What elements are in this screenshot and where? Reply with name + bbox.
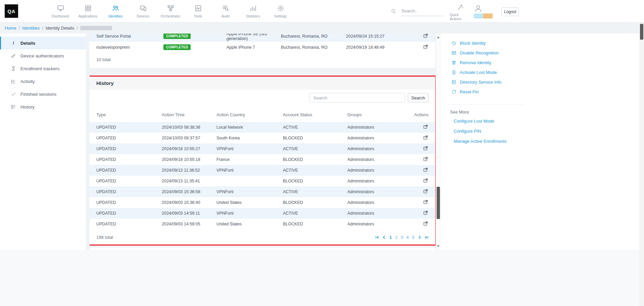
action-disable-recognition[interactable]: Disable Recognition bbox=[441, 48, 639, 58]
scrollbar-down-arrow-icon[interactable] bbox=[437, 245, 440, 247]
nav-item-identities[interactable]: Identities bbox=[102, 0, 129, 23]
redacted-identity-name bbox=[80, 26, 112, 30]
cell-action-country: VPNForti bbox=[216, 146, 283, 151]
nav-item-label: Dashboard bbox=[52, 14, 69, 18]
history-details-button[interactable] bbox=[423, 188, 429, 194]
cell-action-time: 2024/10/03 08:38:36 bbox=[162, 125, 216, 130]
nav-item-label: Tools bbox=[194, 14, 202, 18]
pagination-page-3[interactable]: 3 bbox=[401, 235, 403, 240]
cell-action-country: United States bbox=[216, 200, 283, 205]
column-header-action-time: Action Time bbox=[162, 112, 216, 117]
nav-item-tools[interactable]: Tools bbox=[184, 0, 212, 23]
history-details-button[interactable] bbox=[423, 145, 429, 151]
sidebar-item-details[interactable]: i Details bbox=[0, 37, 86, 49]
search-icon[interactable] bbox=[391, 8, 396, 14]
history-details-button[interactable] bbox=[423, 156, 429, 162]
sidebar-item-finished-sessions[interactable]: Finished sessions bbox=[0, 88, 86, 100]
nav-item-dashboard[interactable]: Dashboard bbox=[47, 0, 74, 23]
check-icon bbox=[11, 91, 16, 97]
nav-item-statistics[interactable]: Statistics bbox=[239, 0, 267, 23]
cell-action-country: VPNForti bbox=[216, 168, 283, 173]
nav-item-label: Orchestrator bbox=[161, 14, 180, 18]
breadcrumb-item-home[interactable]: Home bbox=[5, 26, 16, 31]
logout-button[interactable]: Logout bbox=[501, 7, 519, 16]
sidebar-item-device-authenticators[interactable]: Device authenticators bbox=[0, 49, 86, 62]
svg-text:i: i bbox=[13, 41, 14, 45]
pagination-prev-button[interactable] bbox=[382, 235, 386, 239]
nav-item-label: Applications bbox=[79, 14, 98, 18]
pagination-page-5[interactable]: 5 bbox=[412, 235, 414, 240]
session-device: Apple iPhone 7 bbox=[227, 45, 281, 50]
nav-item-orchestrator[interactable]: Orchestrator bbox=[157, 0, 184, 23]
history-search-input[interactable] bbox=[309, 93, 405, 102]
action-remove-identity[interactable]: Remove Identity bbox=[441, 58, 639, 68]
column-header-groups: Groups bbox=[347, 112, 410, 117]
link-configure-lost-mode[interactable]: Configure Lost Mode bbox=[454, 119, 639, 124]
history-details-button[interactable] bbox=[423, 178, 429, 183]
action-label: Activate Lost Mode bbox=[460, 70, 497, 75]
window-scrollbar[interactable] bbox=[639, 23, 644, 306]
nav-item-settings[interactable]: Settings bbox=[267, 0, 294, 23]
history-footer: 198 total 12345 bbox=[90, 229, 435, 245]
app-logo[interactable]: QA bbox=[5, 4, 18, 18]
sidebar-item-activity[interactable]: Activity bbox=[0, 75, 86, 88]
global-search-input[interactable] bbox=[401, 8, 444, 16]
sidebar-item-history[interactable]: History bbox=[0, 100, 86, 113]
pagination-next-button[interactable] bbox=[418, 235, 422, 239]
session-time: 2024/09/24 15:15:27 bbox=[346, 34, 418, 39]
action-activate-lost-mode[interactable]: Activate Lost Mode bbox=[441, 68, 639, 77]
pagination-page-4[interactable]: 4 bbox=[406, 235, 409, 240]
cell-groups: Administrators bbox=[347, 136, 410, 140]
scrollbar-up-arrow-icon[interactable] bbox=[437, 36, 440, 38]
content-scrollbar-thumb[interactable] bbox=[437, 187, 440, 219]
history-details-button[interactable] bbox=[423, 210, 429, 216]
page-background bbox=[0, 250, 644, 306]
sessions-card: Self Service Portal COMPLETED Apple iPho… bbox=[90, 34, 435, 68]
sidebar-item-label: Enrollment trackers bbox=[20, 66, 59, 71]
link-configure-pin[interactable]: Configure PIN bbox=[454, 129, 639, 134]
session-location: Bucharest, Romania, RO bbox=[281, 34, 346, 39]
column-header-action-country: Action Country bbox=[216, 112, 283, 117]
action-reset-pin[interactable]: Reset Pin bbox=[441, 87, 639, 97]
link-manage-active-enrollments[interactable]: Manage Active Enrollments bbox=[454, 139, 639, 144]
history-details-button[interactable] bbox=[423, 199, 429, 205]
applications-icon bbox=[84, 4, 92, 12]
session-name: nsdeveloponprem bbox=[96, 45, 163, 50]
history-details-button[interactable] bbox=[423, 221, 429, 226]
cell-account-status: ACTIVE bbox=[283, 125, 347, 130]
pagination-page-1[interactable]: 1 bbox=[389, 235, 392, 240]
nav-item-applications[interactable]: Applications bbox=[74, 0, 102, 23]
history-title: History bbox=[90, 77, 435, 90]
user-menu[interactable] bbox=[474, 4, 493, 18]
pagination-page-2[interactable]: 2 bbox=[395, 235, 397, 240]
history-row: UPDATED 2024/09/13 11:35:41 BLOCKED Admi… bbox=[90, 176, 435, 186]
pagination-last-button[interactable] bbox=[425, 235, 429, 239]
nav-item-devices[interactable]: Devices bbox=[129, 0, 157, 23]
history-details-button[interactable] bbox=[423, 124, 429, 130]
cell-account-status: ACTIVE bbox=[283, 146, 347, 151]
cell-action-time: 2024/09/13 11:36:52 bbox=[162, 168, 216, 173]
history-search-button[interactable]: Search bbox=[408, 93, 429, 102]
history-details-button[interactable] bbox=[423, 167, 429, 173]
content-scrollbar[interactable] bbox=[436, 34, 440, 250]
nav-item-audit[interactable]: Audit bbox=[212, 0, 239, 23]
session-details-button[interactable] bbox=[423, 44, 429, 50]
cell-action-time: 2024/09/03 14:59:05 bbox=[162, 222, 216, 226]
history-details-button[interactable] bbox=[423, 135, 429, 140]
session-details-button[interactable] bbox=[423, 34, 429, 39]
action-directory-service-info[interactable]: Directory Service Info bbox=[441, 77, 639, 87]
nav-item-label: Identities bbox=[108, 14, 122, 18]
window-scrollbar-thumb[interactable] bbox=[640, 24, 643, 40]
quick-actions-button[interactable]: Quick Actions bbox=[450, 4, 470, 21]
see-more-links: Configure Lost ModeConfigure PINManage A… bbox=[454, 119, 639, 144]
session-row: Self Service Portal COMPLETED Apple iPho… bbox=[90, 34, 435, 42]
sidebar-item-enrollment-trackers[interactable]: Enrollment trackers bbox=[0, 62, 86, 75]
history-row: UPDATED 2024/10/03 08:38:36 Local Networ… bbox=[90, 122, 435, 133]
user-status-bar-blue bbox=[474, 13, 483, 18]
panel-divider bbox=[447, 104, 524, 104]
action-block-identity[interactable]: Block Identity bbox=[441, 38, 639, 48]
cell-account-status: BLOCKED bbox=[283, 200, 347, 205]
pagination-first-button[interactable] bbox=[375, 235, 379, 239]
breadcrumb-item-identities[interactable]: Identities bbox=[22, 26, 40, 31]
cell-action-country: France bbox=[216, 157, 283, 162]
